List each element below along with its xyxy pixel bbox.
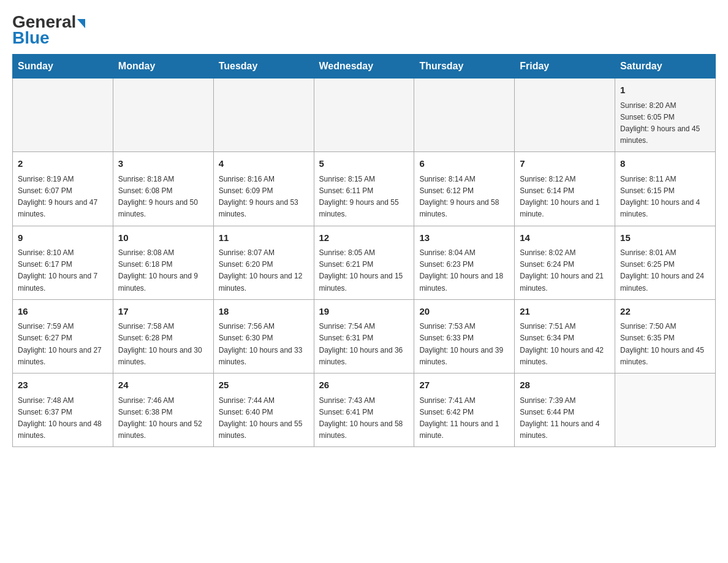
table-row xyxy=(515,79,615,152)
day-info: Sunrise: 8:08 AM Sunset: 6:18 PM Dayligh… xyxy=(118,247,208,294)
day-info: Sunrise: 7:44 AM Sunset: 6:40 PM Dayligh… xyxy=(219,395,309,442)
day-number: 17 xyxy=(118,305,208,319)
day-info: Sunrise: 7:43 AM Sunset: 6:41 PM Dayligh… xyxy=(319,395,409,442)
table-row: 27Sunrise: 7:41 AM Sunset: 6:42 PM Dayli… xyxy=(414,373,515,447)
table-row xyxy=(213,79,314,152)
table-row: 14Sunrise: 8:02 AM Sunset: 6:24 PM Dayli… xyxy=(515,226,615,299)
day-info: Sunrise: 8:15 AM Sunset: 6:11 PM Dayligh… xyxy=(319,174,409,221)
day-number: 6 xyxy=(419,157,509,171)
day-number: 13 xyxy=(419,231,509,245)
day-info: Sunrise: 7:53 AM Sunset: 6:33 PM Dayligh… xyxy=(419,321,509,368)
day-number: 3 xyxy=(118,157,208,171)
day-info: Sunrise: 7:58 AM Sunset: 6:28 PM Dayligh… xyxy=(118,321,208,368)
day-number: 26 xyxy=(319,378,409,393)
table-row: 9Sunrise: 8:10 AM Sunset: 6:17 PM Daylig… xyxy=(13,226,113,299)
table-row: 16Sunrise: 7:59 AM Sunset: 6:27 PM Dayli… xyxy=(13,299,113,373)
calendar-week-row: 9Sunrise: 8:10 AM Sunset: 6:17 PM Daylig… xyxy=(13,226,716,299)
day-number: 14 xyxy=(520,231,610,245)
table-row: 26Sunrise: 7:43 AM Sunset: 6:41 PM Dayli… xyxy=(314,373,414,447)
day-info: Sunrise: 8:12 AM Sunset: 6:14 PM Dayligh… xyxy=(520,174,610,221)
day-number: 12 xyxy=(319,231,409,245)
col-friday: Friday xyxy=(515,55,615,79)
table-row: 10Sunrise: 8:08 AM Sunset: 6:18 PM Dayli… xyxy=(113,226,213,299)
table-row xyxy=(13,79,113,152)
day-info: Sunrise: 8:05 AM Sunset: 6:21 PM Dayligh… xyxy=(319,247,409,294)
day-number: 10 xyxy=(118,231,208,245)
day-info: Sunrise: 7:56 AM Sunset: 6:30 PM Dayligh… xyxy=(219,321,309,368)
day-number: 27 xyxy=(419,378,509,393)
table-row: 4Sunrise: 8:16 AM Sunset: 6:09 PM Daylig… xyxy=(213,152,314,226)
day-number: 25 xyxy=(219,378,309,393)
logo: General Blue xyxy=(12,12,85,48)
table-row: 2Sunrise: 8:19 AM Sunset: 6:07 PM Daylig… xyxy=(13,152,113,226)
page-header: General Blue xyxy=(12,12,716,48)
day-number: 22 xyxy=(620,305,710,319)
day-info: Sunrise: 8:11 AM Sunset: 6:15 PM Dayligh… xyxy=(620,174,710,221)
col-monday: Monday xyxy=(113,55,213,79)
col-thursday: Thursday xyxy=(414,55,515,79)
day-info: Sunrise: 7:46 AM Sunset: 6:38 PM Dayligh… xyxy=(118,395,208,442)
day-info: Sunrise: 7:51 AM Sunset: 6:34 PM Dayligh… xyxy=(520,321,610,368)
day-number: 19 xyxy=(319,305,409,319)
logo-blue-text: Blue xyxy=(12,28,50,48)
table-row: 25Sunrise: 7:44 AM Sunset: 6:40 PM Dayli… xyxy=(213,373,314,447)
logo-arrow-icon xyxy=(77,19,85,28)
table-row: 22Sunrise: 7:50 AM Sunset: 6:35 PM Dayli… xyxy=(615,299,716,373)
day-number: 2 xyxy=(18,157,108,171)
day-info: Sunrise: 7:39 AM Sunset: 6:44 PM Dayligh… xyxy=(520,395,610,442)
table-row: 7Sunrise: 8:12 AM Sunset: 6:14 PM Daylig… xyxy=(515,152,615,226)
day-info: Sunrise: 8:19 AM Sunset: 6:07 PM Dayligh… xyxy=(18,174,108,221)
day-number: 8 xyxy=(620,157,710,171)
calendar-body: 1Sunrise: 8:20 AM Sunset: 6:05 PM Daylig… xyxy=(13,79,716,447)
day-info: Sunrise: 8:14 AM Sunset: 6:12 PM Dayligh… xyxy=(419,174,509,221)
day-number: 15 xyxy=(620,231,710,245)
day-info: Sunrise: 8:10 AM Sunset: 6:17 PM Dayligh… xyxy=(18,247,108,294)
day-number: 20 xyxy=(419,305,509,319)
day-info: Sunrise: 7:48 AM Sunset: 6:37 PM Dayligh… xyxy=(18,395,108,442)
day-number: 4 xyxy=(219,157,309,171)
col-tuesday: Tuesday xyxy=(213,55,314,79)
day-number: 5 xyxy=(319,157,409,171)
calendar-week-row: 23Sunrise: 7:48 AM Sunset: 6:37 PM Dayli… xyxy=(13,373,716,447)
table-row: 19Sunrise: 7:54 AM Sunset: 6:31 PM Dayli… xyxy=(314,299,414,373)
table-row xyxy=(314,79,414,152)
table-row: 11Sunrise: 8:07 AM Sunset: 6:20 PM Dayli… xyxy=(213,226,314,299)
day-info: Sunrise: 8:18 AM Sunset: 6:08 PM Dayligh… xyxy=(118,174,208,221)
col-saturday: Saturday xyxy=(615,55,716,79)
calendar-week-row: 2Sunrise: 8:19 AM Sunset: 6:07 PM Daylig… xyxy=(13,152,716,226)
table-row xyxy=(113,79,213,152)
day-number: 21 xyxy=(520,305,610,319)
day-number: 7 xyxy=(520,157,610,171)
table-row: 24Sunrise: 7:46 AM Sunset: 6:38 PM Dayli… xyxy=(113,373,213,447)
table-row: 1Sunrise: 8:20 AM Sunset: 6:05 PM Daylig… xyxy=(615,79,716,152)
calendar-header-row: Sunday Monday Tuesday Wednesday Thursday… xyxy=(13,55,716,79)
day-number: 24 xyxy=(118,378,208,393)
table-row: 6Sunrise: 8:14 AM Sunset: 6:12 PM Daylig… xyxy=(414,152,515,226)
table-row: 17Sunrise: 7:58 AM Sunset: 6:28 PM Dayli… xyxy=(113,299,213,373)
table-row: 23Sunrise: 7:48 AM Sunset: 6:37 PM Dayli… xyxy=(13,373,113,447)
table-row: 15Sunrise: 8:01 AM Sunset: 6:25 PM Dayli… xyxy=(615,226,716,299)
day-info: Sunrise: 7:54 AM Sunset: 6:31 PM Dayligh… xyxy=(319,321,409,368)
table-row xyxy=(615,373,716,447)
table-row: 21Sunrise: 7:51 AM Sunset: 6:34 PM Dayli… xyxy=(515,299,615,373)
day-info: Sunrise: 8:04 AM Sunset: 6:23 PM Dayligh… xyxy=(419,247,509,294)
calendar-week-row: 1Sunrise: 8:20 AM Sunset: 6:05 PM Daylig… xyxy=(13,79,716,152)
col-wednesday: Wednesday xyxy=(314,55,414,79)
table-row: 8Sunrise: 8:11 AM Sunset: 6:15 PM Daylig… xyxy=(615,152,716,226)
day-number: 9 xyxy=(18,231,108,245)
table-row: 5Sunrise: 8:15 AM Sunset: 6:11 PM Daylig… xyxy=(314,152,414,226)
table-row: 20Sunrise: 7:53 AM Sunset: 6:33 PM Dayli… xyxy=(414,299,515,373)
calendar-table: Sunday Monday Tuesday Wednesday Thursday… xyxy=(12,54,716,447)
day-info: Sunrise: 7:50 AM Sunset: 6:35 PM Dayligh… xyxy=(620,321,710,368)
day-number: 23 xyxy=(18,378,108,393)
day-info: Sunrise: 7:41 AM Sunset: 6:42 PM Dayligh… xyxy=(419,395,509,442)
day-info: Sunrise: 7:59 AM Sunset: 6:27 PM Dayligh… xyxy=(18,321,108,368)
day-info: Sunrise: 8:01 AM Sunset: 6:25 PM Dayligh… xyxy=(620,247,710,294)
col-sunday: Sunday xyxy=(13,55,113,79)
table-row: 28Sunrise: 7:39 AM Sunset: 6:44 PM Dayli… xyxy=(515,373,615,447)
day-info: Sunrise: 8:07 AM Sunset: 6:20 PM Dayligh… xyxy=(219,247,309,294)
day-number: 28 xyxy=(520,378,610,393)
table-row: 18Sunrise: 7:56 AM Sunset: 6:30 PM Dayli… xyxy=(213,299,314,373)
day-number: 18 xyxy=(219,305,309,319)
table-row: 13Sunrise: 8:04 AM Sunset: 6:23 PM Dayli… xyxy=(414,226,515,299)
